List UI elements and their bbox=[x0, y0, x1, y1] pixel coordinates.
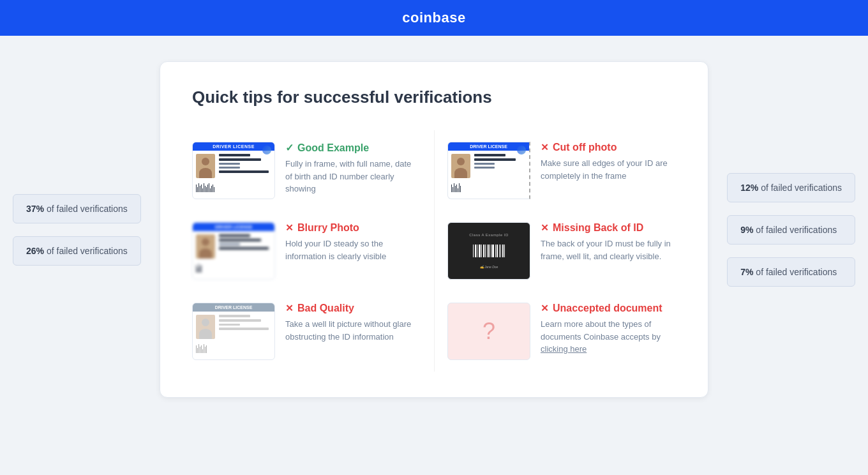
id-card-good: DRIVER LICENSE bbox=[192, 142, 275, 199]
tip-title: Missing Back of ID bbox=[553, 222, 643, 234]
id-card-missing-back: Class A Example ID bbox=[447, 222, 530, 280]
tip-description: Take a well lit picture without glare ob… bbox=[285, 318, 415, 343]
tip-title: Blurry Photo bbox=[297, 222, 359, 234]
tip-description: Hold your ID steady so the information i… bbox=[285, 238, 415, 262]
id-barcode-good bbox=[193, 181, 274, 194]
id-photo-bad bbox=[196, 315, 215, 339]
right-badge-1: 12% of failed verifications bbox=[727, 173, 855, 202]
tips-card: Quick tips for successful verifications … bbox=[160, 61, 708, 398]
id-card-cutoff: DRIVER LICENSE bbox=[447, 142, 530, 199]
tip-title: Cut off photo bbox=[553, 142, 617, 153]
id-card-unaccepted: ? bbox=[447, 303, 530, 360]
tip-cut-off: DRIVER LICENSE bbox=[434, 130, 676, 211]
id-barcode-blurry bbox=[193, 262, 274, 275]
left-badges: 37% of failed verifications 26% of faile… bbox=[13, 194, 141, 266]
tip-description: Learn more about the types of documents … bbox=[541, 318, 676, 356]
clicking-here-link[interactable]: clicking here bbox=[541, 344, 587, 354]
right-badge-2: 9% of failed verifications bbox=[727, 215, 855, 245]
coinbase-logo: coinbase bbox=[402, 10, 465, 26]
tip-blurry: DRIVER LICENSE bbox=[192, 211, 434, 291]
id-barcode-bad bbox=[193, 342, 274, 355]
id-photo-blurry bbox=[196, 234, 215, 259]
tip-description: Make sure all edges of your ID are compl… bbox=[541, 157, 676, 182]
tip-good-example: DRIVER LICENSE bbox=[192, 130, 434, 211]
tip-missing-back: Class A Example ID bbox=[434, 211, 676, 291]
right-badges: 12% of failed verifications 9% of failed… bbox=[727, 173, 855, 287]
check-icon: ✓ bbox=[285, 142, 294, 154]
left-badge-1: 37% of failed verifications bbox=[13, 194, 141, 223]
id-card-bad: DRIVER LICENSE bbox=[192, 303, 275, 360]
tip-title: Bad Quality bbox=[297, 303, 354, 314]
tip-bad-quality: DRIVER LICENSE bbox=[192, 291, 434, 372]
tip-description: The back of your ID must be fully in fra… bbox=[541, 238, 676, 262]
tip-title: Unaccepted document bbox=[553, 303, 662, 314]
x-icon: ✕ bbox=[541, 303, 549, 314]
page-title: Quick tips for successful verifications bbox=[192, 87, 676, 107]
id-card-blurry: DRIVER LICENSE bbox=[192, 222, 275, 280]
left-badge-2: 26% of failed verifications bbox=[13, 236, 141, 266]
id-photo-good bbox=[196, 154, 215, 178]
x-icon: ✕ bbox=[285, 222, 294, 234]
header: coinbase bbox=[0, 0, 868, 36]
id-barcode-cutoff bbox=[448, 181, 529, 194]
question-mark-icon: ? bbox=[483, 318, 495, 345]
tip-unaccepted: ? ✕ Unaccepted document Learn more about… bbox=[434, 291, 676, 372]
x-icon: ✕ bbox=[541, 222, 549, 234]
tip-description: Fully in frame, with full name, date of … bbox=[285, 158, 415, 195]
id-photo-cutoff bbox=[451, 154, 470, 178]
x-icon: ✕ bbox=[285, 303, 294, 314]
tips-grid: DRIVER LICENSE bbox=[192, 130, 676, 372]
right-badge-3: 7% of failed verifications bbox=[727, 257, 855, 287]
main-content: 37% of failed verifications 26% of faile… bbox=[0, 36, 868, 423]
tip-title: Good Example bbox=[297, 142, 369, 154]
x-icon: ✕ bbox=[541, 142, 549, 153]
